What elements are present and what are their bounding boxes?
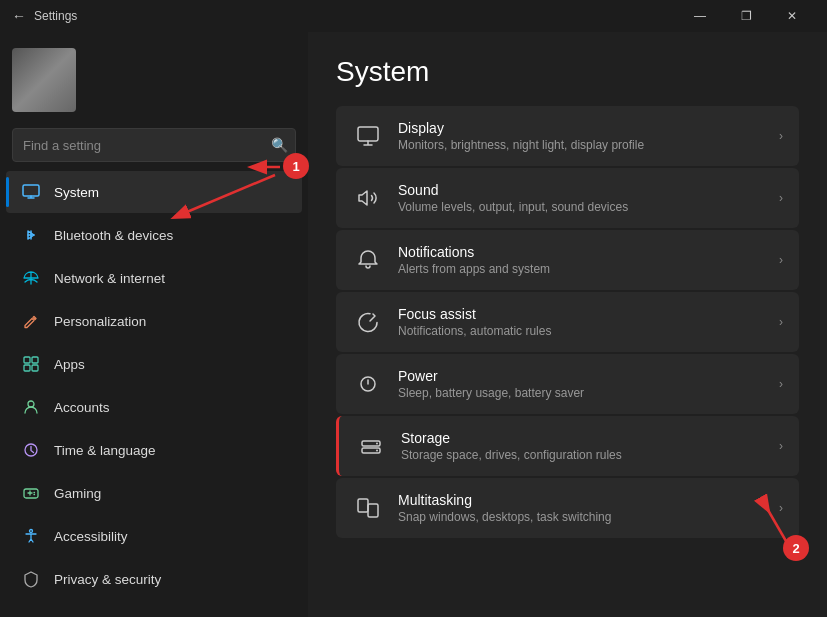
display-icon xyxy=(352,120,384,152)
sidebar-item-privacy[interactable]: Privacy & security xyxy=(6,558,302,600)
sound-desc: Volume levels, output, input, sound devi… xyxy=(398,200,765,214)
sidebar-item-label-system: System xyxy=(54,185,99,200)
gaming-icon xyxy=(20,482,42,504)
settings-list: Display Monitors, brightness, night ligh… xyxy=(336,106,799,538)
title-bar-left: ← Settings xyxy=(12,8,77,24)
search-box: 🔍 xyxy=(12,128,296,162)
svg-rect-9 xyxy=(358,127,378,141)
power-text: Power Sleep, battery usage, battery save… xyxy=(398,368,765,400)
power-desc: Sleep, battery usage, battery saver xyxy=(398,386,765,400)
settings-item-focus[interactable]: Focus assist Notifications, automatic ru… xyxy=(336,292,799,352)
power-chevron: › xyxy=(779,377,783,391)
title-bar: ← Settings — ❐ ✕ xyxy=(0,0,827,32)
avatar xyxy=(12,48,76,112)
notifications-chevron: › xyxy=(779,253,783,267)
settings-item-multitasking[interactable]: Multitasking Snap windows, desktops, tas… xyxy=(336,478,799,538)
svg-rect-2 xyxy=(32,357,38,363)
sound-text: Sound Volume levels, output, input, soun… xyxy=(398,182,765,214)
sidebar-item-apps[interactable]: Apps xyxy=(6,343,302,385)
window-title: Settings xyxy=(34,9,77,23)
personalization-icon xyxy=(20,310,42,332)
svg-rect-3 xyxy=(24,365,30,371)
title-bar-controls: — ❐ ✕ xyxy=(677,0,815,32)
sidebar-item-time[interactable]: Time & language xyxy=(6,429,302,471)
multitasking-chevron: › xyxy=(779,501,783,515)
search-input[interactable] xyxy=(12,128,296,162)
sidebar-item-label-personalization: Personalization xyxy=(54,314,146,329)
sidebar-item-accounts[interactable]: Accounts xyxy=(6,386,302,428)
nav-list: System Bluetooth & devices Network & int… xyxy=(0,170,308,601)
focus-desc: Notifications, automatic rules xyxy=(398,324,765,338)
sidebar-item-label-apps: Apps xyxy=(54,357,85,372)
bluetooth-icon xyxy=(20,224,42,246)
focus-icon xyxy=(352,306,384,338)
sidebar-item-label-bluetooth: Bluetooth & devices xyxy=(54,228,173,243)
sound-name: Sound xyxy=(398,182,765,198)
sidebar-item-label-gaming: Gaming xyxy=(54,486,101,501)
sidebar: 🔍 System Bluetooth & devices Netwo xyxy=(0,32,308,617)
privacy-icon xyxy=(20,568,42,590)
back-icon[interactable]: ← xyxy=(12,8,26,24)
storage-chevron: › xyxy=(779,439,783,453)
settings-item-power[interactable]: Power Sleep, battery usage, battery save… xyxy=(336,354,799,414)
annotation-1: 1 xyxy=(283,153,309,179)
multitasking-icon xyxy=(352,492,384,524)
display-text: Display Monitors, brightness, night ligh… xyxy=(398,120,765,152)
system-icon xyxy=(20,181,42,203)
notifications-name: Notifications xyxy=(398,244,765,260)
settings-item-storage[interactable]: Storage Storage space, drives, configura… xyxy=(336,416,799,476)
power-name: Power xyxy=(398,368,765,384)
page-title: System xyxy=(336,56,799,88)
accessibility-icon xyxy=(20,525,42,547)
sidebar-item-label-network: Network & internet xyxy=(54,271,165,286)
app-container: 🔍 System Bluetooth & devices Netwo xyxy=(0,32,827,617)
multitasking-text: Multitasking Snap windows, desktops, tas… xyxy=(398,492,765,524)
annotation-2: 2 xyxy=(783,535,809,561)
multitasking-name: Multitasking xyxy=(398,492,765,508)
storage-desc: Storage space, drives, configuration rul… xyxy=(401,448,765,462)
display-chevron: › xyxy=(779,129,783,143)
svg-rect-4 xyxy=(32,365,38,371)
svg-rect-1 xyxy=(24,357,30,363)
minimize-button[interactable]: — xyxy=(677,0,723,32)
sound-icon xyxy=(352,182,384,214)
close-button[interactable]: ✕ xyxy=(769,0,815,32)
focus-text: Focus assist Notifications, automatic ru… xyxy=(398,306,765,338)
notifications-desc: Alerts from apps and system xyxy=(398,262,765,276)
storage-icon xyxy=(355,430,387,462)
settings-item-notifications[interactable]: Notifications Alerts from apps and syste… xyxy=(336,230,799,290)
svg-point-8 xyxy=(30,530,33,533)
power-icon xyxy=(352,368,384,400)
notifications-text: Notifications Alerts from apps and syste… xyxy=(398,244,765,276)
sidebar-item-gaming[interactable]: Gaming xyxy=(6,472,302,514)
apps-icon xyxy=(20,353,42,375)
maximize-button[interactable]: ❐ xyxy=(723,0,769,32)
svg-rect-15 xyxy=(358,499,368,512)
sidebar-item-system[interactable]: System xyxy=(6,171,302,213)
svg-point-13 xyxy=(376,443,378,445)
sidebar-item-label-accessibility: Accessibility xyxy=(54,529,128,544)
focus-chevron: › xyxy=(779,315,783,329)
svg-point-5 xyxy=(28,401,34,407)
sidebar-item-label-privacy: Privacy & security xyxy=(54,572,161,587)
sidebar-item-personalization[interactable]: Personalization xyxy=(6,300,302,342)
storage-name: Storage xyxy=(401,430,765,446)
sound-chevron: › xyxy=(779,191,783,205)
multitasking-desc: Snap windows, desktops, task switching xyxy=(398,510,765,524)
storage-text: Storage Storage space, drives, configura… xyxy=(401,430,765,462)
settings-item-sound[interactable]: Sound Volume levels, output, input, soun… xyxy=(336,168,799,228)
sidebar-item-network[interactable]: Network & internet xyxy=(6,257,302,299)
settings-item-display[interactable]: Display Monitors, brightness, night ligh… xyxy=(336,106,799,166)
svg-rect-16 xyxy=(368,504,378,517)
svg-rect-0 xyxy=(23,185,39,196)
sidebar-item-bluetooth[interactable]: Bluetooth & devices xyxy=(6,214,302,256)
sidebar-item-accessibility[interactable]: Accessibility xyxy=(6,515,302,557)
sidebar-header xyxy=(0,32,308,120)
sidebar-item-label-accounts: Accounts xyxy=(54,400,110,415)
network-icon xyxy=(20,267,42,289)
sidebar-item-label-time: Time & language xyxy=(54,443,156,458)
main-content: System Display Monitors, brightness, nig… xyxy=(308,32,827,617)
time-icon xyxy=(20,439,42,461)
svg-point-14 xyxy=(376,450,378,452)
display-name: Display xyxy=(398,120,765,136)
